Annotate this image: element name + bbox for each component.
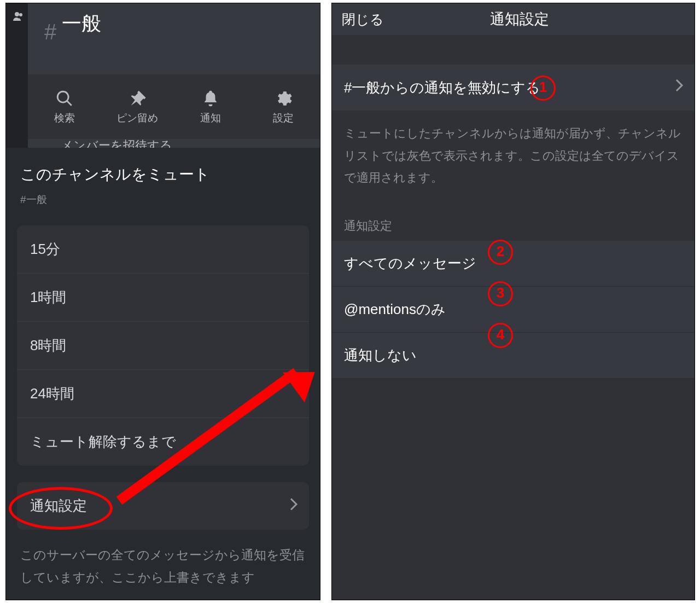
search-label: 検索	[28, 111, 101, 125]
mute-option-15min[interactable]: 15分	[17, 225, 309, 274]
sheet-subtitle: #一般	[6, 185, 320, 207]
pin-icon	[128, 89, 147, 108]
settings-action[interactable]: 設定	[247, 89, 320, 125]
disable-notifications-explanation: ミュートにしたチャンネルからは通知が届かず、チャンネルリストでは灰色で表示されま…	[332, 111, 695, 189]
channel-header: #一般	[28, 3, 320, 74]
search-icon	[55, 89, 74, 108]
section-heading-notifications: 通知設定	[332, 189, 695, 241]
hash-icon: #	[28, 3, 56, 44]
notify-action[interactable]: 通知	[174, 89, 247, 125]
option-mentions-only[interactable]: @mentionsのみ	[332, 287, 695, 333]
notification-settings-label: 通知設定	[30, 497, 87, 514]
mute-option-until-unmute[interactable]: ミュート解除するまで	[17, 418, 309, 466]
chevron-right-icon	[675, 65, 684, 111]
mute-option-1hour[interactable]: 1時間	[17, 274, 309, 322]
members-icon	[10, 10, 24, 23]
search-action[interactable]: 検索	[28, 89, 101, 125]
modal-header: 閉じる 通知設定	[332, 3, 695, 35]
channel-name: 一般	[56, 12, 101, 34]
notify-label: 通知	[174, 111, 247, 125]
notification-settings-button[interactable]: 通知設定	[17, 482, 309, 530]
chevron-right-icon	[289, 497, 298, 515]
disable-notifications-row[interactable]: #一般からの通知を無効にする	[332, 65, 695, 111]
mute-duration-list: 15分 1時間 8時間 24時間 ミュート解除するまで	[17, 225, 309, 466]
mute-option-8hour[interactable]: 8時間	[17, 322, 309, 370]
notification-settings-footer: このサーバーの全てのメッセージから通知を受信していますが、ここから上書きできます	[6, 530, 320, 589]
pin-action[interactable]: ピン留め	[101, 89, 174, 125]
channel-action-bar: 検索 ピン留め 通知 設定	[28, 74, 320, 140]
pin-label: ピン留め	[101, 111, 174, 125]
sheet-title: このチャンネルをミュート	[6, 148, 320, 185]
option-all-messages[interactable]: すべてのメッセージ	[332, 241, 695, 287]
disable-notifications-label: #一般からの通知を無効にする	[344, 79, 540, 96]
option-no-notifications[interactable]: 通知しない	[332, 333, 695, 379]
gear-icon	[274, 89, 293, 108]
close-button[interactable]: 閉じる	[332, 10, 384, 28]
notification-options-list: すべてのメッセージ @mentionsのみ 通知しない	[332, 241, 695, 379]
bell-icon	[201, 89, 220, 108]
mute-channel-sheet: このチャンネルをミュート #一般 15分 1時間 8時間 24時間 ミュート解除…	[6, 148, 320, 600]
mute-option-24hour[interactable]: 24時間	[17, 370, 309, 418]
modal-title: 通知設定	[384, 9, 695, 29]
settings-label: 設定	[247, 111, 320, 125]
left-phone-screenshot: #一般 検索 ピン留め 通知 設定 メンバーを招待する このチャンネルをミュート	[5, 3, 320, 600]
right-phone-screenshot: 閉じる 通知設定 #一般からの通知を無効にする ミュートにしたチャンネルからは通…	[331, 3, 695, 600]
modal-body: #一般からの通知を無効にする ミュートにしたチャンネルからは通知が届かず、チャン…	[332, 35, 695, 600]
